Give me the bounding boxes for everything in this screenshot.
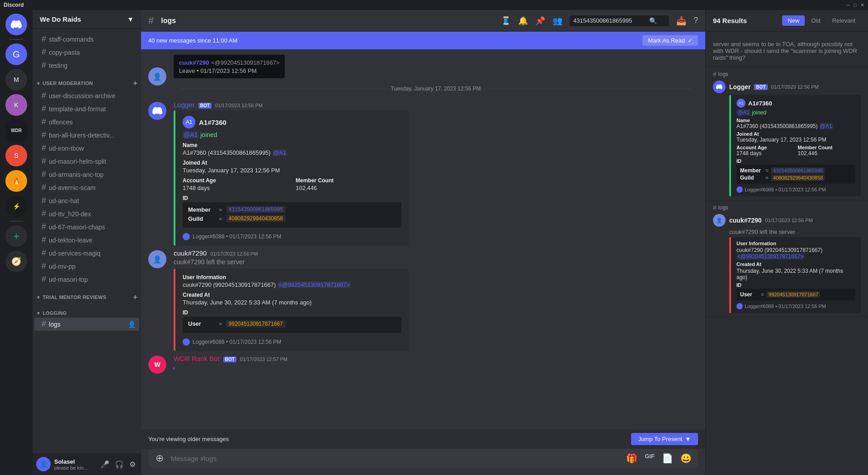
help-icon[interactable]: ? [693, 16, 698, 25]
channel-name-label: ud-armanis-anc-top [49, 171, 104, 178]
search-input[interactable] [573, 17, 646, 24]
embed-user-line: A1 A1#7360 [183, 116, 401, 128]
section-add-trial-btn[interactable]: + [133, 293, 137, 301]
channel-item-ud-ttv-h20-dex[interactable]: # ud-ttv_h20-dex [34, 207, 139, 220]
user-id-value: 992045130917871667 [226, 320, 286, 328]
leave-popup-id: <@99204513091871667> [211, 59, 279, 66]
server-icon-4[interactable]: S [5, 145, 27, 166]
channel-name-label: ban-all-lurers-detectiv... [49, 132, 114, 139]
section-logging[interactable]: ▼ LOGGING [33, 303, 141, 318]
avatar [148, 102, 166, 120]
discover-servers-btn[interactable]: 🧭 [5, 251, 27, 272]
embed-field-name: Name A1#7360 (431543500861865995) @A1 [183, 142, 401, 156]
result-author: cuuk#7290 [729, 217, 762, 224]
channel-item-copy-pasta[interactable]: # copy-pasta [34, 46, 139, 59]
filter-tab-relevant[interactable]: Relevant [827, 15, 861, 26]
channel-name-label: ud-67-masori-chaps [49, 223, 105, 231]
server-icon-6[interactable]: ⚡ [5, 195, 27, 217]
section-add-btn[interactable]: + [133, 79, 137, 87]
channel-item-ud-67-masori-chaps[interactable]: # ud-67-masori-chaps [34, 220, 139, 233]
jump-to-present-label: Jump To Present [638, 436, 682, 442]
channel-item-ud-iron-tbow[interactable]: # ud-iron-tbow [34, 142, 139, 155]
embed-id-row-user: User = 992045130917871667 [188, 320, 396, 328]
channel-item-user-discussion-archive[interactable]: # user-discussion-archive [34, 89, 139, 102]
members-icon[interactable]: 👥 [552, 16, 562, 26]
close-btn[interactable]: ✕ [860, 2, 864, 8]
embed-mini-username: A1#7360 [748, 100, 772, 107]
date-divider: Tuesday, January 17, 2023 12:56 PM [174, 82, 698, 95]
member-id: 431543500861865995 [771, 167, 825, 174]
channel-list: # staff-commands # copy-pasta # testing … [33, 29, 141, 453]
channel-name-label: ud-ttv_h20-dex [49, 210, 91, 218]
embed-footer-text: Logger#6088 • 01/17/2023 12:56 PM [193, 339, 281, 345]
message-content: Logger BOT 01/17/2023 12:56 PM 😊 ↩ 🧵 ••• [174, 101, 698, 246]
user-avatar-icon: 👤 [153, 72, 162, 81]
search-bar[interactable]: 🔍 [570, 15, 669, 26]
attach-btn[interactable]: ⊕ [152, 449, 167, 468]
channel-item-offences[interactable]: # offences [34, 115, 139, 128]
channel-item-testing[interactable]: # testing [34, 59, 139, 72]
add-server-btn[interactable]: + [5, 225, 27, 247]
bot-badge: BOT [198, 103, 212, 109]
channel-name-label: ud-avernic-scam [49, 184, 95, 191]
discord-home-btn[interactable] [5, 14, 27, 35]
thread-icon[interactable]: 🧵 [501, 16, 511, 26]
sticker-btn[interactable]: 📄 [659, 450, 676, 466]
server-icon-5[interactable]: 🔥 [5, 170, 27, 192]
channel-item-ud-services-magiq[interactable]: # ud-services-magiq [34, 247, 139, 260]
embed-card-leave: User Information cuuk#7290 (992045130917… [174, 269, 409, 351]
message-group-leave-popup: 👤 cuuk#7290 <@99204513091871667> Leave •… [141, 53, 705, 99]
emoji-btn[interactable]: 😀 [678, 450, 694, 466]
server-icon-2[interactable]: M [5, 69, 27, 90]
hash-icon: # [42, 170, 46, 179]
result-field-id-leave: ID User = 992045130917871667 [736, 282, 855, 300]
user-info: Solasel please be kin... [54, 458, 95, 470]
filter-tab-old[interactable]: Old [806, 15, 826, 26]
embed-avatar: A1 [183, 116, 195, 128]
server-icon-3[interactable]: K [5, 94, 27, 116]
channel-item-ud-avernic-scam[interactable]: # ud-avernic-scam [34, 181, 139, 194]
server-header[interactable]: We Do Raids ▼ [33, 10, 141, 29]
message-input[interactable] [171, 449, 620, 468]
pin-icon[interactable]: 📌 [535, 16, 545, 26]
embed-joined-text: @A1 joined [183, 131, 401, 138]
title-bar-controls: ─ □ ✕ [847, 2, 864, 8]
channel-name-label: ud-mv-pp [49, 263, 75, 270]
channel-header: # logs 🧵 🔔 📌 👥 🔍 📥 ? [141, 10, 705, 32]
gif-btn[interactable]: GIF [642, 450, 657, 466]
notification-icon[interactable]: 🔔 [518, 16, 528, 26]
channel-item-ud-masori-helm-split[interactable]: # ud-masori-helm-split [34, 155, 139, 168]
mark-as-read-btn[interactable]: Mark As Read ✓ [642, 35, 698, 46]
settings-btn[interactable]: ⚙ [127, 458, 137, 470]
deafen-btn[interactable]: 🎧 [113, 458, 126, 470]
result-embed-leave: User Information cuuk#7290 (992045130917… [729, 237, 861, 313]
channel-item-logs[interactable]: # logs 👤 [34, 318, 139, 331]
hash-icon: # [42, 196, 46, 205]
section-label: USER MODERATION [42, 81, 93, 86]
server-icon-1[interactable]: G [5, 43, 27, 65]
gift-btn[interactable]: 🎁 [623, 450, 640, 466]
section-arrow-icon: ▼ [36, 295, 41, 300]
maximize-btn[interactable]: □ [854, 2, 857, 8]
section-user-moderation[interactable]: ▼ USER MODERATION + [33, 72, 141, 89]
jump-to-present-btn[interactable]: Jump To Present ▼ [631, 433, 698, 445]
message-header: cuuk#7290 01/17/2023 12:56 PM [174, 249, 698, 257]
channel-item-ud-armanis-anc-top[interactable]: # ud-armanis-anc-top [34, 168, 139, 181]
filter-tab-new[interactable]: New [782, 15, 805, 26]
channel-item-ud-tekton-leave[interactable]: # ud-tekton-leave [34, 233, 139, 247]
result-author: Logger [729, 83, 750, 90]
channel-item-staff-commands[interactable]: # staff-commands [34, 33, 139, 46]
inbox-icon[interactable]: 📥 [676, 16, 686, 26]
mute-btn[interactable]: 🎤 [99, 458, 111, 470]
guild-id-value: 408082929940430858 [226, 215, 286, 222]
channel-item-ud-anc-hat[interactable]: # ud-anc-hat [34, 194, 139, 207]
channel-item-template-and-format[interactable]: # template-and-format [34, 102, 139, 115]
channel-item-ban-all[interactable]: # ban-all-lurers-detectiv... [34, 128, 139, 142]
hash-icon: # [42, 130, 46, 140]
embed-fields: User Information cuuk#7290 (992045130917… [183, 274, 401, 335]
minimize-btn[interactable]: ─ [847, 2, 850, 8]
server-icon-wdr[interactable]: WDR [5, 119, 27, 141]
channel-item-ud-masori-top[interactable]: # ud-masori-top [34, 273, 139, 286]
channel-item-ud-mv-pp[interactable]: # ud-mv-pp [34, 260, 139, 273]
section-trial-mentor-reviews[interactable]: ▼ TRIAL MENTOR REVIEWS + [33, 286, 141, 303]
